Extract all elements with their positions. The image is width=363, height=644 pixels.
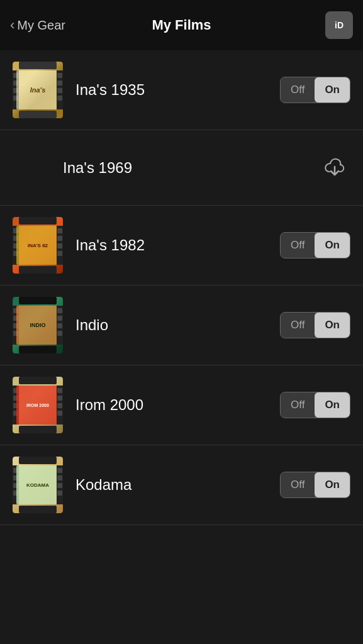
film-name-inas1969: Ina's 1969 xyxy=(63,159,319,177)
sprockets-right xyxy=(57,226,63,265)
sprocket-hole xyxy=(57,96,62,101)
film-name-indio: Indio xyxy=(75,316,280,334)
film-thumb-indio: INDIO xyxy=(13,297,63,353)
toggle-on-indio[interactable]: On xyxy=(315,313,350,338)
canister-label: INDIO xyxy=(16,306,59,345)
film-thumb-inas1935: Ina's xyxy=(13,62,63,118)
id-button[interactable]: iD xyxy=(325,11,353,39)
sprocket-hole xyxy=(57,316,62,321)
id-button-label: iD xyxy=(335,20,343,30)
sprocket-hole xyxy=(57,323,62,328)
film-action-inas1969 xyxy=(319,152,350,184)
header: ‹ My Gear My Films iD xyxy=(0,0,363,50)
film-item-kodama: KODAMA Kodama Off On xyxy=(0,445,363,525)
sprocket-hole xyxy=(57,243,62,248)
film-name-inas1935: Ina's 1935 xyxy=(75,81,280,99)
sprocket-hole xyxy=(57,228,62,233)
film-name-inas1982: Ina's 1982 xyxy=(75,236,280,254)
film-item-indio: INDIO Indio Off On xyxy=(0,286,363,365)
sprocket-hole xyxy=(57,80,62,86)
sprocket-hole xyxy=(57,483,62,488)
page-title: My Films xyxy=(152,17,211,33)
toggle-switch-indio[interactable]: Off On xyxy=(280,312,350,338)
canister-label: INA'S 82 xyxy=(16,226,59,265)
canister-label: Ina's xyxy=(16,70,59,109)
sprocket-hole xyxy=(57,403,62,408)
sprocket-hole xyxy=(57,236,62,241)
toggle-on-kodama[interactable]: On xyxy=(315,472,350,497)
cloud-download-icon[interactable] xyxy=(319,152,350,184)
canister-label: IROM 2000 xyxy=(16,386,59,425)
film-item-inas1935: Ina's Ina's 1935 Off On xyxy=(0,50,363,130)
film-list: Ina's Ina's 1935 Off On Ina's 1969 xyxy=(0,50,363,525)
back-label: My Gear xyxy=(17,18,65,33)
sprockets-right xyxy=(57,386,63,425)
sprocket-hole xyxy=(57,308,62,313)
toggle-off-irom2000[interactable]: Off xyxy=(281,392,315,418)
sprocket-hole xyxy=(57,475,62,480)
sprockets-right xyxy=(57,306,63,345)
toggle-on-inas1935[interactable]: On xyxy=(315,77,350,103)
toggle-on-inas1982[interactable]: On xyxy=(315,233,350,258)
sprocket-hole xyxy=(57,73,62,78)
sprocket-hole xyxy=(57,396,62,401)
toggle-switch-inas1982[interactable]: Off On xyxy=(280,232,350,258)
toggle-off-kodama[interactable]: Off xyxy=(281,472,315,497)
film-name-irom2000: Irom 2000 xyxy=(75,396,280,414)
film-toggle-indio: Off On xyxy=(280,312,350,338)
sprocket-hole xyxy=(57,251,62,256)
film-toggle-irom2000: Off On xyxy=(280,392,350,418)
back-button[interactable]: ‹ My Gear xyxy=(10,17,65,33)
film-toggle-kodama: Off On xyxy=(280,472,350,498)
film-thumb-kodama: KODAMA xyxy=(13,457,63,513)
canister-label: KODAMA xyxy=(16,465,59,504)
sprockets-right xyxy=(57,465,63,504)
film-thumb-irom2000: IROM 2000 xyxy=(13,377,63,433)
film-thumb-inas1982: INA'S 82 xyxy=(13,217,63,274)
sprocket-hole xyxy=(57,468,62,473)
sprocket-hole xyxy=(57,411,62,416)
film-toggle-inas1935: Off On xyxy=(280,77,350,103)
toggle-switch-kodama[interactable]: Off On xyxy=(280,472,350,498)
toggle-switch-irom2000[interactable]: Off On xyxy=(280,392,350,418)
sprocket-hole xyxy=(57,491,62,496)
sprocket-hole xyxy=(57,388,62,393)
film-name-kodama: Kodama xyxy=(75,476,280,494)
toggle-on-irom2000[interactable]: On xyxy=(315,392,350,418)
film-item-inas1982: INA'S 82 Ina's 1982 Off On xyxy=(0,206,363,286)
film-item-inas1969: Ina's 1969 xyxy=(0,130,363,206)
film-item-irom2000: IROM 2000 Irom 2000 Off On xyxy=(0,365,363,445)
sprockets-right xyxy=(57,70,63,109)
sprocket-hole xyxy=(57,88,62,93)
sprocket-hole xyxy=(57,331,62,336)
film-toggle-inas1982: Off On xyxy=(280,232,350,258)
back-arrow-icon: ‹ xyxy=(10,17,14,33)
toggle-off-inas1935[interactable]: Off xyxy=(281,77,315,103)
toggle-switch-inas1935[interactable]: Off On xyxy=(280,77,350,103)
toggle-off-inas1982[interactable]: Off xyxy=(281,233,315,258)
toggle-off-indio[interactable]: Off xyxy=(281,313,315,338)
